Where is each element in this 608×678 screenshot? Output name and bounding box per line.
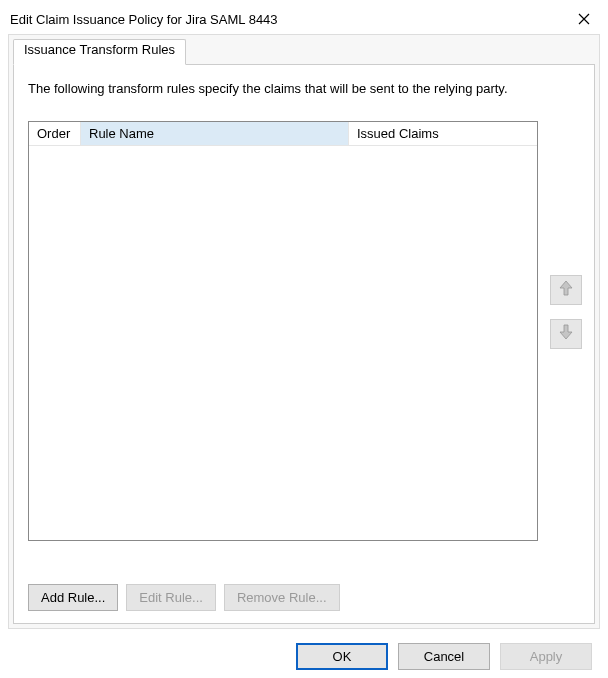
column-header-order[interactable]: Order: [29, 122, 81, 145]
rule-buttons: Add Rule... Edit Rule... Remove Rule...: [28, 584, 340, 611]
edit-rule-button: Edit Rule...: [126, 584, 216, 611]
title-bar: Edit Claim Issuance Policy for Jira SAML…: [0, 0, 608, 34]
remove-rule-button: Remove Rule...: [224, 584, 340, 611]
rules-list[interactable]: Order Rule Name Issued Claims: [28, 121, 538, 541]
reorder-buttons: [550, 275, 582, 349]
rules-list-header: Order Rule Name Issued Claims: [29, 122, 537, 146]
cancel-button[interactable]: Cancel: [398, 643, 490, 670]
tab-panel: The following transform rules specify th…: [13, 64, 595, 624]
tab-label: Issuance Transform Rules: [24, 42, 175, 57]
window-title: Edit Claim Issuance Policy for Jira SAML…: [10, 12, 278, 27]
description-text: The following transform rules specify th…: [14, 65, 594, 108]
close-icon[interactable]: [570, 9, 598, 30]
arrow-down-icon: [559, 324, 573, 344]
move-up-button[interactable]: [550, 275, 582, 305]
column-header-issued-claims[interactable]: Issued Claims: [349, 126, 537, 141]
move-down-button[interactable]: [550, 319, 582, 349]
rules-list-body[interactable]: [29, 146, 537, 540]
add-rule-button[interactable]: Add Rule...: [28, 584, 118, 611]
tab-row: Issuance Transform Rules: [9, 35, 599, 63]
column-header-rule-name[interactable]: Rule Name: [81, 122, 349, 145]
arrow-up-icon: [559, 280, 573, 300]
ok-button[interactable]: OK: [296, 643, 388, 670]
dialog-buttons: OK Cancel Apply: [296, 643, 592, 670]
dialog-body: Issuance Transform Rules The following t…: [8, 34, 600, 629]
tab-issuance-transform-rules[interactable]: Issuance Transform Rules: [13, 39, 186, 65]
apply-button: Apply: [500, 643, 592, 670]
